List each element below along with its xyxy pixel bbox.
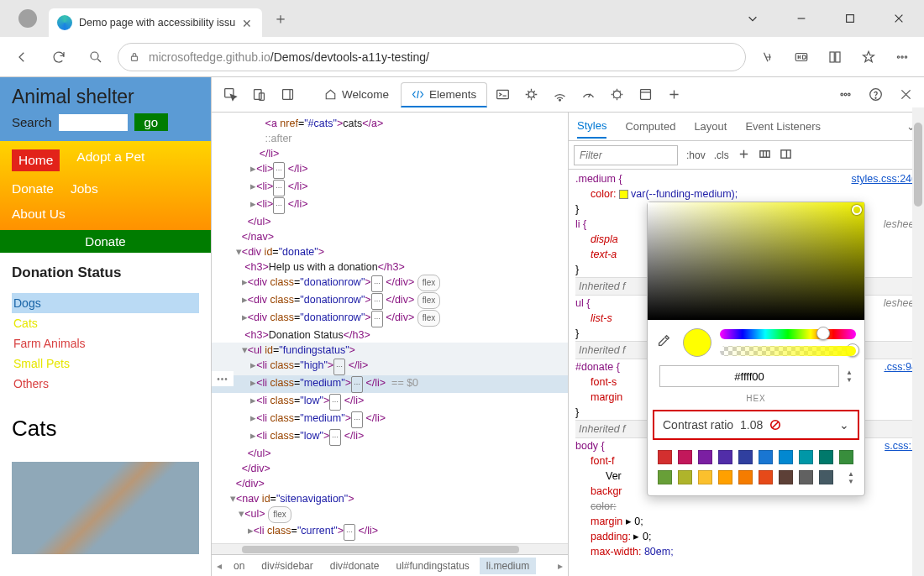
styles-filter-input[interactable] bbox=[574, 145, 678, 165]
palette-swatch[interactable] bbox=[658, 450, 672, 464]
close-devtools-icon[interactable] bbox=[892, 81, 919, 108]
nav-adopt[interactable]: Adopt a Pet bbox=[76, 149, 144, 171]
more-tabs-icon[interactable] bbox=[660, 81, 687, 108]
crumb[interactable]: div#sidebar bbox=[255, 558, 319, 574]
crumb-selected[interactable]: li.medium bbox=[480, 558, 536, 574]
performance-icon[interactable] bbox=[575, 81, 601, 108]
nav-jobs[interactable]: Jobs bbox=[71, 181, 98, 196]
page-scrollbar[interactable] bbox=[912, 107, 924, 561]
tab-title: Demo page with accessibility issu bbox=[79, 17, 235, 29]
network-icon[interactable] bbox=[546, 81, 573, 108]
palette-stepper[interactable]: ▲▼ bbox=[848, 470, 854, 485]
palette-swatch[interactable] bbox=[678, 470, 692, 484]
toggle-sidebar-icon[interactable] bbox=[780, 148, 792, 163]
format-stepper[interactable]: ▲▼ bbox=[846, 369, 853, 384]
list-item[interactable]: Others bbox=[12, 374, 199, 394]
saturation-area[interactable] bbox=[648, 202, 864, 320]
close-tab-icon[interactable]: ✕ bbox=[242, 17, 254, 29]
hex-input[interactable] bbox=[659, 365, 839, 387]
browser-tab[interactable]: Demo page with accessibility issu ✕ bbox=[49, 8, 262, 37]
memory-icon[interactable] bbox=[603, 81, 630, 108]
palette-swatch[interactable] bbox=[698, 470, 712, 484]
palette-swatch[interactable] bbox=[799, 470, 813, 484]
donate-bar[interactable]: Donate bbox=[0, 230, 211, 253]
list-item[interactable]: Farm Animals bbox=[12, 333, 199, 353]
svg-rect-2 bbox=[132, 56, 138, 60]
tab-elements[interactable]: Elements bbox=[401, 82, 487, 107]
search-input[interactable] bbox=[59, 114, 128, 131]
back-button[interactable] bbox=[7, 42, 37, 72]
list-item[interactable]: Dogs bbox=[12, 293, 199, 313]
tab-styles[interactable]: Styles bbox=[577, 114, 606, 139]
go-button[interactable]: go bbox=[134, 113, 169, 131]
chevron-down-icon[interactable] bbox=[734, 5, 771, 32]
chevron-down-icon[interactable]: ⌄ bbox=[839, 418, 849, 432]
crumb[interactable]: ul#fundingstatus bbox=[389, 558, 475, 574]
inspect-icon[interactable] bbox=[217, 81, 244, 108]
help-icon[interactable] bbox=[862, 81, 889, 108]
hov-toggle[interactable]: :hov bbox=[686, 149, 706, 161]
elements-tree[interactable]: <a nref="#cats">cats</a> ::after </li> ▸… bbox=[212, 113, 569, 576]
color-swatch[interactable] bbox=[619, 190, 628, 199]
profile-icon[interactable] bbox=[18, 9, 37, 28]
favorite-icon[interactable] bbox=[853, 42, 884, 72]
list-item[interactable]: Cats bbox=[12, 313, 199, 333]
source-link[interactable]: styles.css:246 bbox=[851, 171, 917, 186]
page-title: Animal shelter bbox=[12, 86, 199, 108]
palette-swatch[interactable] bbox=[819, 450, 833, 464]
more-icon[interactable] bbox=[887, 42, 917, 72]
application-icon[interactable] bbox=[632, 81, 659, 108]
contrast-ratio-row[interactable]: Contrast ratio 1.08 ⌄ bbox=[653, 410, 859, 440]
color-cursor[interactable] bbox=[852, 205, 862, 215]
horizontal-scrollbar[interactable] bbox=[212, 543, 568, 554]
device-icon[interactable] bbox=[245, 81, 272, 108]
palette-swatch[interactable] bbox=[759, 470, 773, 484]
palette-swatch[interactable] bbox=[779, 470, 793, 484]
caret-right-icon[interactable]: ▸ bbox=[556, 560, 564, 572]
alpha-slider[interactable] bbox=[720, 346, 856, 356]
minimize-button[interactable] bbox=[783, 5, 820, 32]
palette-swatch[interactable] bbox=[678, 450, 692, 464]
nav-about[interactable]: About Us bbox=[12, 207, 66, 222]
list-item[interactable]: Small Pets bbox=[12, 353, 199, 374]
palette-swatch[interactable] bbox=[839, 450, 853, 464]
reader-icon[interactable] bbox=[820, 42, 850, 72]
palette-swatch[interactable] bbox=[738, 450, 753, 464]
caret-left-icon[interactable]: ◂ bbox=[215, 560, 223, 572]
tab-event-listeners[interactable]: Event Listeners bbox=[745, 115, 821, 138]
tab-layout[interactable]: Layout bbox=[694, 115, 727, 138]
kebab-icon[interactable] bbox=[832, 81, 858, 108]
new-rule-icon[interactable] bbox=[738, 148, 750, 163]
close-window-button[interactable] bbox=[880, 5, 917, 32]
tab-welcome[interactable]: Welcome bbox=[314, 83, 399, 106]
read-aloud-icon[interactable] bbox=[753, 42, 783, 72]
palette-swatch[interactable] bbox=[658, 470, 672, 484]
console-icon[interactable] bbox=[489, 81, 516, 108]
new-tab-button[interactable]: ＋ bbox=[269, 7, 292, 30]
maximize-button[interactable] bbox=[832, 5, 869, 32]
nav-donate[interactable]: Donate bbox=[12, 181, 54, 196]
palette-swatch[interactable] bbox=[718, 450, 732, 464]
palette-swatch[interactable] bbox=[759, 450, 773, 464]
palette-swatch[interactable] bbox=[718, 470, 732, 484]
palette-swatch[interactable] bbox=[799, 450, 813, 464]
palette-swatch[interactable] bbox=[738, 470, 753, 484]
cls-toggle[interactable]: .cls bbox=[714, 149, 729, 161]
palette-swatch[interactable] bbox=[779, 450, 793, 464]
refresh-button[interactable] bbox=[44, 42, 74, 72]
tab-computed[interactable]: Computed bbox=[625, 115, 675, 138]
palette-swatch[interactable] bbox=[819, 470, 833, 484]
hd-icon[interactable] bbox=[786, 42, 816, 72]
hue-slider[interactable] bbox=[720, 329, 856, 339]
sources-icon[interactable] bbox=[517, 81, 544, 108]
row-actions-icon[interactable]: ••• bbox=[212, 371, 234, 386]
eyedropper-icon[interactable] bbox=[656, 333, 675, 352]
flexbox-overlay-icon[interactable] bbox=[759, 148, 771, 163]
crumb[interactable]: on bbox=[227, 558, 251, 574]
search-button[interactable] bbox=[81, 42, 111, 72]
crumb[interactable]: div#donate bbox=[323, 558, 386, 574]
palette-swatch[interactable] bbox=[698, 450, 712, 464]
dock-icon[interactable] bbox=[274, 81, 301, 108]
url-box[interactable]: microsoftedge.github.io/Demos/devtools-a… bbox=[118, 43, 746, 71]
nav-home[interactable]: Home bbox=[12, 149, 60, 171]
